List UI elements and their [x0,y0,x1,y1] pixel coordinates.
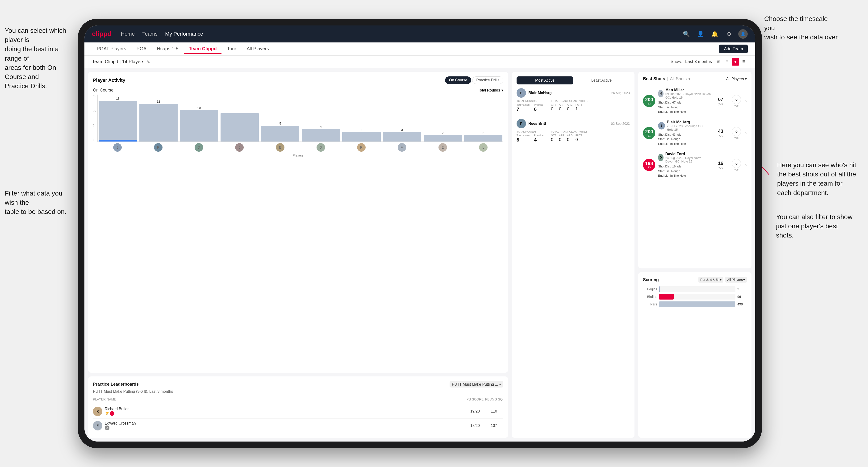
x-axis-label-container: Players [93,153,503,157]
tablet-frame: clippd Home Teams My Performance 🔍 👤 🔔 ⊕… [78,19,762,448]
bars-area: 13 12 [97,95,503,152]
shot-item-2[interactable]: 200 SG B Blair McHarg 23 Jul 2023 · Ashr… [643,117,747,149]
shot-badge-area-2: 200 SG [643,127,655,139]
plus-circle-icon[interactable]: ⊕ [724,29,734,39]
best-shots-tabs: Best Shots | All Shots ▾ [643,76,690,81]
shot-dist-unit-1: yds [718,102,723,105]
activity-stats-2: Total Rounds Tournament 8 Practice 4 [517,130,630,143]
shot-hole-1: Hole 15 [672,96,683,99]
player-avg-2: 107 [485,424,503,428]
avatar-ebert: E [276,143,284,152]
nav-item-teams[interactable]: Teams [142,31,158,37]
tab-hcaps[interactable]: Hcaps 1-5 [152,44,183,54]
gtt-value-2: 0 [551,137,556,142]
edit-icon[interactable]: ✎ [146,59,150,65]
bell-icon[interactable]: 🔔 [710,29,719,39]
player-avatar-8: M [383,143,421,152]
toggle-oncourse-btn[interactable]: On Course [445,76,471,84]
practice-value-1: 6 [534,106,544,112]
nav-item-myperformance[interactable]: My Performance [165,31,203,37]
shot-player-info-1: M Matt Miller 09 Jun 2023 · Royal North … [658,88,711,114]
player-avatar-4: J [220,143,258,152]
arg-value-1: 0 [567,106,573,112]
shot-avatar-3: D [658,154,663,161]
activity-card-header: Player Activity On Course Practice Drill… [93,76,503,84]
all-players-filter[interactable]: All Players ▾ [726,76,747,81]
shot-item-3[interactable]: 198 SG D David Ford 24 Aug 2023 · Royal … [643,149,747,181]
leaderboard-row-2[interactable]: E Edward Crossman 2 18/20 107 [93,418,503,433]
shot-yds-zero-1: 0 yds [731,95,742,107]
bar-value-4: 9 [239,109,240,113]
tab-pga[interactable]: PGA [132,44,151,54]
bar-value-7: 3 [361,128,362,132]
shot-player-name-1: Matt Miller [665,88,711,92]
tab-all-shots[interactable]: All Shots [670,76,687,81]
avatar-robertson: L [479,143,488,152]
scoring-filter-players[interactable]: All Players ▾ [725,277,747,283]
toggle-practice-btn[interactable]: Practice Drills [472,76,503,84]
chevron-right-2[interactable]: › [745,130,747,135]
nav-item-home[interactable]: Home [121,31,135,37]
arg-2: ARG 0 [567,133,573,142]
tab-team-clippd[interactable]: Team Clippd [184,44,221,54]
view-list-icon[interactable]: ☰ [740,58,748,66]
tab-all-players[interactable]: All Players [242,44,274,54]
shot-player-meta-3: David Ford 24 Aug 2023 · Royal North Dev… [665,152,711,163]
practice-activities-label-2: Total Practice Activities [551,130,588,133]
users-icon[interactable]: 👤 [696,29,705,39]
activity-name-1: Blair McHarg [528,91,552,95]
player-info-row-1: B Blair McHarg [517,88,552,98]
view-grid4-icon[interactable]: ⊞ [715,58,722,66]
col-header-score: PB SCORE [466,398,485,401]
shot-avatar-2: B [658,122,665,129]
shot-distance-3: 16 yds [714,161,728,169]
app-value-2: 0 [559,137,564,142]
view-heart-icon[interactable]: ♥ [732,58,739,66]
avatar-ford: D [195,143,203,152]
shot-distance-1: 67 yds [714,97,728,105]
tab-most-active[interactable]: Most Active [517,76,573,85]
player-avatar-7: R [342,143,380,152]
bar-value-8: 3 [401,128,403,132]
chevron-down-icon: ▾ [501,88,503,92]
tab-best-shots[interactable]: Best Shots [643,76,665,81]
scoring-count-birdies: 96 [737,295,747,299]
player-avatar-6: O [302,143,340,152]
leaderboard-row-1[interactable]: R Richard Butler 🏆 1 19/20 110 [93,404,503,418]
all-players-filter-label: All Players [726,77,744,81]
nav-items: Home Teams My Performance [121,31,682,37]
view-grid-icon[interactable]: ⊟ [723,58,731,66]
practice-filter-btn[interactable]: PUTT Must Make Putting ... ▾ [450,381,503,387]
player-score-1: 19/20 [466,409,485,413]
practice-subtitle: PUTT Must Make Putting (3-6 ft), Last 3 … [93,390,503,394]
chart-filter[interactable]: Total Rounds ▾ [478,88,503,92]
stat-label-rounds-1: Total Rounds [517,99,544,102]
shot-player-meta-1: Matt Miller 09 Jun 2023 · Royal North De… [665,88,711,99]
app-value-1: 0 [559,106,564,112]
shot-dist-unit-3: yds [718,166,723,169]
bar-3 [180,110,218,142]
add-team-button[interactable]: Add Team [719,44,748,53]
shot-item-1[interactable]: 200 SG M Matt Miller 09 Jun 2023 · Royal… [643,85,747,117]
tab-least-active[interactable]: Least Active [573,76,630,85]
team-title: Team Clippd | 14 Players ✎ [92,59,150,65]
chevron-scoring-2-icon: ▾ [743,278,745,282]
scoring-count-eagles: 3 [737,287,747,291]
avatar[interactable]: 👤 [738,29,748,39]
putt-2: PUTT 0 [576,133,582,142]
tab-tour[interactable]: Tour [222,44,241,54]
chevron-right-3[interactable]: › [745,162,747,168]
time-filter-select[interactable]: Last 3 months [685,59,712,64]
shot-details-3: Shot Dist: 16 yds Start Lie: Rough End L… [658,164,711,178]
app-label-1: APP [559,103,564,106]
bar-9 [424,135,462,142]
activity-date-1: 26 Aug 2023 [611,91,630,95]
activity-player-2: R Rees Britt 02 Sep 2023 Total Rounds To… [517,119,630,143]
scoring-filter-par[interactable]: Par 3, 4 & 5s ▾ [699,277,723,283]
search-icon[interactable]: 🔍 [682,29,691,39]
tab-pgat-players[interactable]: PGAT Players [92,44,131,54]
activity-avatar-2: R [517,119,526,128]
chevron-right-1[interactable]: › [745,98,747,104]
activity-toggle-btns: On Course Practice Drills [445,76,503,84]
gtt-label-1: GTT [551,103,556,106]
